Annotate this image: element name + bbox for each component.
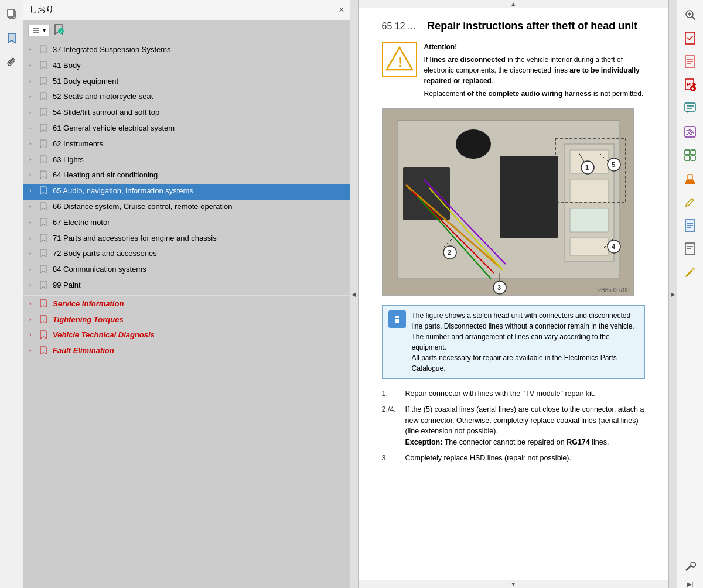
- zoom-search-button[interactable]: [680, 5, 700, 25]
- chevron-52: ›: [29, 93, 37, 101]
- step-2-num: 2./4.: [382, 404, 400, 448]
- bookmark-63: [40, 155, 49, 167]
- list-view-button[interactable]: ▾: [28, 25, 50, 36]
- chevron-64: ›: [29, 171, 37, 179]
- svg-rect-1: [8, 9, 14, 17]
- sidebar-item-54[interactable]: › 54 Slide/tilt sunroof and soft top: [23, 105, 350, 121]
- bookmark-62: [40, 139, 49, 151]
- expand-bottom-button[interactable]: ▶|: [687, 580, 694, 588]
- sidebar-item-61[interactable]: › 61 General vehicle electrical system: [23, 121, 350, 137]
- svg-rect-21: [570, 208, 608, 232]
- sidebar-item-66[interactable]: › 66 Distance system, Cruise control, re…: [23, 200, 350, 216]
- translate-button[interactable]: 文 A: [680, 122, 700, 142]
- sidebar-item-62[interactable]: › 62 Instruments: [23, 137, 350, 153]
- bookmark-54: [40, 108, 49, 119]
- step-2: 2./4. If the (5) coaxial lines (aerial l…: [382, 404, 646, 448]
- item-label-si: Service Information: [53, 299, 347, 309]
- pencil-yellow-button[interactable]: [680, 192, 700, 212]
- svg-rect-70: [685, 182, 695, 184]
- chevron-84: ›: [29, 265, 37, 274]
- bookmark-sidebar-icon[interactable]: [3, 29, 21, 47]
- info-box: The figure shows a stolen head unit with…: [382, 305, 646, 379]
- chevron-fe: ›: [29, 347, 37, 355]
- stamp-button[interactable]: [680, 169, 700, 189]
- attention-icon: !: [382, 42, 417, 77]
- sidebar-item-52[interactable]: › 52 Seats and motorcycle seat: [23, 90, 350, 105]
- sidebar-item-84[interactable]: › 84 Communication systems: [23, 262, 350, 278]
- bookmark-61: [40, 124, 49, 135]
- sidebar-item-64[interactable]: › 64 Heating and air conditioning: [23, 168, 350, 184]
- svg-rect-67: [691, 156, 695, 160]
- chevron-71: ›: [29, 234, 37, 242]
- scroll-down-button[interactable]: ▼: [359, 580, 669, 588]
- sidebar-close-icon[interactable]: ×: [339, 5, 344, 15]
- sidebar-item-37[interactable]: › 37 Integrated Suspension Systems: [23, 43, 350, 59]
- sidebar-item-67[interactable]: › 67 Electric motor: [23, 216, 350, 231]
- svg-text:4: 4: [612, 243, 616, 250]
- sidebar-item-fe[interactable]: › Fault Elimination: [23, 344, 350, 360]
- chevron-62: ›: [29, 140, 37, 148]
- sidebar-item-si[interactable]: › Service Information: [23, 297, 350, 313]
- svg-rect-56: [685, 103, 695, 111]
- svg-rect-41: [395, 316, 399, 318]
- item-label-64: 64 Heating and air conditioning: [53, 170, 347, 180]
- pdf-plus-button[interactable]: PDF +: [680, 75, 700, 95]
- svg-rect-69: [688, 175, 692, 180]
- expand-right-button[interactable]: ▶: [668, 0, 677, 588]
- svg-text:5: 5: [612, 161, 615, 168]
- collapse-sidebar-button[interactable]: ◀: [350, 0, 359, 588]
- scroll-up-button[interactable]: ▲: [359, 0, 669, 8]
- sidebar-item-tt[interactable]: › Tightening Torques: [23, 313, 350, 329]
- item-label-66: 66 Distance system, Cruise control, remo…: [53, 201, 347, 212]
- list-view-chevron: ▾: [43, 27, 46, 33]
- svg-line-44: [692, 17, 695, 20]
- bookmark-41: [40, 61, 49, 73]
- item-label-41: 41 Body: [53, 60, 347, 71]
- chat-button[interactable]: [680, 98, 700, 118]
- chevron-65: ›: [29, 187, 37, 195]
- doc-title: Repair instructions after theft of head …: [427, 20, 637, 32]
- wrench-button[interactable]: [680, 556, 700, 576]
- content-area: 65 12 ... Repair instructions after thef…: [359, 8, 669, 580]
- sidebar-item-99[interactable]: › 99 Paint: [23, 278, 350, 294]
- doc-check-button[interactable]: [680, 28, 700, 48]
- sidebar-item-vtd[interactable]: › Vehicle Technical Diagnosis: [23, 328, 350, 344]
- svg-rect-65: [691, 150, 695, 155]
- sidebar-item-72[interactable]: › 72 Body parts and accessories: [23, 247, 350, 262]
- attention-label: Attention!: [424, 43, 458, 51]
- chevron-54: ›: [29, 108, 37, 117]
- chevron-63: ›: [29, 156, 37, 164]
- paperclip-icon[interactable]: [3, 54, 21, 71]
- image-caption: RB65 00700: [597, 287, 630, 293]
- bookmark-52: [40, 92, 49, 104]
- sidebar-item-41[interactable]: › 41 Body: [23, 59, 350, 74]
- sidebar-item-63[interactable]: › 63 Lights: [23, 153, 350, 169]
- item-label-84: 84 Communication systems: [53, 264, 347, 275]
- sidebar-item-71[interactable]: › 71 Parts and accessories for engine an…: [23, 231, 350, 247]
- copy-icon[interactable]: [3, 5, 21, 22]
- doc-blue-button[interactable]: [680, 216, 700, 235]
- bookmark-51: [40, 77, 49, 88]
- bookmark-tt: [40, 315, 49, 327]
- doc-gray-button[interactable]: [680, 239, 700, 259]
- steps-list: 1. Repair connector with lines with the …: [382, 388, 646, 464]
- bookmark-view-icon[interactable]: ✓: [53, 23, 64, 37]
- chevron-99: ›: [29, 281, 37, 289]
- step-3-text: Completely replace HSD lines (repair not…: [405, 453, 571, 464]
- chevron-61: ›: [29, 124, 37, 132]
- sidebar-item-65[interactable]: › 65 Audio, navigation, information syst…: [23, 184, 350, 200]
- svg-text:✓: ✓: [59, 30, 63, 34]
- grid-button[interactable]: [680, 145, 700, 165]
- bookmark-67: [40, 218, 49, 230]
- circuit-board-image: 1 5 2 4 3: [382, 108, 634, 296]
- chevron-37: ›: [29, 46, 37, 54]
- sidebar-item-51[interactable]: › 51 Body equipment: [23, 74, 350, 90]
- chevron-tt: ›: [29, 316, 37, 324]
- attention-text2: Replacement of the complete audio wiring…: [424, 88, 646, 99]
- doc-code: 65 12 ...: [382, 21, 416, 32]
- doc-lines-button[interactable]: [680, 52, 700, 71]
- pencil-edit-button[interactable]: [680, 262, 700, 282]
- attention-box: ! Attention! If lines are disconnected i…: [382, 42, 646, 99]
- svg-rect-11: [403, 167, 450, 220]
- item-label-54: 54 Slide/tilt sunroof and soft top: [53, 107, 347, 118]
